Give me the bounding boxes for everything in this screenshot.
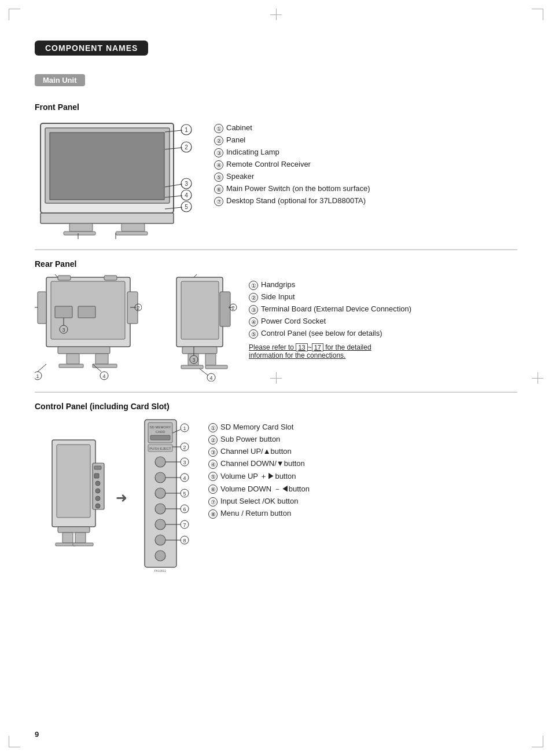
svg-text:CARD: CARD [155, 430, 165, 434]
svg-text:2: 2 [231, 305, 234, 311]
control-panel-item-2: ②Sub Power button [208, 435, 310, 445]
svg-text:2: 2 [185, 144, 188, 151]
svg-point-105 [155, 519, 165, 530]
rear-panel-list: ①Handgrips ②Side Input ③Terminal Board (… [249, 280, 411, 339]
svg-rect-33 [58, 347, 110, 354]
svg-text:2: 2 [137, 305, 139, 311]
control-panel-heading: Control Panel (including Card Slot) [35, 402, 517, 411]
svg-text:8: 8 [183, 538, 186, 544]
component-names-title: COMPONENT NAMES [35, 41, 148, 56]
rear-panel-item-5: ⑤Control Panel (see below for details) [249, 329, 411, 339]
svg-rect-61 [181, 281, 219, 339]
svg-point-107 [155, 551, 165, 561]
rear-panel-row: 1 2 3 4 5 1 [35, 274, 517, 381]
svg-rect-93 [73, 543, 93, 546]
svg-text:4: 4 [102, 373, 105, 379]
svg-rect-84 [94, 474, 99, 478]
svg-rect-98 [150, 435, 170, 440]
corner-mark-br [532, 736, 543, 747]
corner-mark-tr [532, 9, 543, 20]
front-panel-list: ①Cabinet ②Panel ③Indicating Lamp ④Remote… [214, 123, 370, 208]
page: COMPONENT NAMES Main Unit Front Panel [0, 0, 552, 756]
svg-rect-4 [69, 223, 93, 232]
control-right-diagram: SD MEMORY CARD PUSH EJECT 1 [133, 417, 197, 579]
svg-point-87 [95, 496, 100, 501]
svg-point-101 [155, 457, 165, 467]
svg-text:7: 7 [183, 522, 186, 528]
front-panel-item-1: ①Cabinet [214, 123, 370, 133]
svg-rect-34 [67, 354, 79, 364]
control-panel-list: ①SD Memory Card Slot ②Sub Power button ③… [208, 423, 310, 521]
svg-text:6: 6 [183, 507, 186, 512]
front-panel-row: 1 2 3 4 5 7 [35, 118, 517, 239]
corner-mark-bl [9, 736, 20, 747]
svg-rect-38 [55, 306, 72, 318]
svg-rect-67 [205, 365, 227, 369]
crosshair-mid [270, 372, 282, 384]
refer-note: Please refer to 13~17 for the detailedin… [249, 343, 411, 359]
svg-text:5: 5 [185, 204, 188, 210]
control-panel-item-5: ⑤Volume UP ＋▶button [208, 471, 310, 482]
svg-point-102 [155, 472, 165, 483]
crosshair-top [270, 9, 282, 20]
arrow-right: ➜ [116, 490, 127, 506]
control-panel-item-6: ⑥Volume DOWN －◀button [208, 484, 310, 494]
front-panel-item-6: ⑥Main Power Switch (on the bottom surfac… [214, 184, 370, 194]
svg-text:SD MEMORY: SD MEMORY [150, 425, 171, 429]
svg-rect-36 [59, 364, 83, 368]
rear-left-diagram: 1 2 3 4 5 1 [35, 274, 142, 381]
rear-panel-diagrams: 1 2 3 4 5 1 [35, 274, 237, 381]
control-panel-item-7: ⑦Input Select /OK button [208, 497, 310, 507]
svg-text:4: 4 [183, 475, 186, 481]
svg-text:2: 2 [183, 445, 186, 450]
control-panel-row: ➜ SD MEMORY CARD PUSH EJECT [35, 417, 517, 579]
svg-point-103 [155, 488, 165, 498]
svg-rect-39 [78, 306, 95, 318]
front-panel-item-5: ⑤Speaker [214, 172, 370, 182]
divider-2 [35, 392, 517, 392]
rear-panel-item-2: ②Side Input [249, 292, 411, 302]
control-panel-diagrams: ➜ SD MEMORY CARD PUSH EJECT [35, 417, 197, 579]
svg-text:4: 4 [185, 192, 188, 199]
front-panel-item-2: ②Panel [214, 135, 370, 145]
svg-rect-82 [93, 463, 104, 509]
control-panel-item-1: ①SD Memory Card Slot [208, 423, 310, 432]
svg-point-88 [95, 504, 100, 508]
svg-rect-6 [64, 232, 95, 235]
svg-rect-65 [205, 354, 216, 365]
rear-panel-item-4: ④Power Cord Socket [249, 317, 411, 326]
svg-point-106 [155, 535, 165, 545]
svg-text:FK10011: FK10011 [154, 569, 167, 572]
svg-text:3: 3 [183, 460, 186, 465]
crosshair-right [532, 372, 543, 384]
rear-panel-item-1: ①Handgrips [249, 280, 411, 290]
control-panel-item-4: ④Channel DOWN/▼button [208, 459, 310, 469]
rear-right-diagram: 1 2 3 4 [148, 274, 237, 381]
svg-point-86 [95, 489, 100, 493]
svg-text:PUSH EJECT: PUSH EJECT [149, 447, 171, 450]
svg-text:1: 1 [185, 127, 188, 133]
svg-text:3: 3 [192, 357, 195, 363]
svg-rect-90 [62, 533, 73, 543]
control-panel-item-8: ⑧Menu / Return button [208, 509, 310, 519]
front-panel-item-4: ④Remote Control Receiver [214, 160, 370, 170]
control-panel-item-3: ③Channel UP/▲button [208, 447, 310, 457]
corner-mark-tl [9, 9, 20, 20]
page-number: 9 [35, 730, 39, 739]
main-unit-title: Main Unit [35, 74, 85, 86]
svg-rect-31 [58, 276, 71, 280]
svg-rect-66 [181, 365, 203, 369]
svg-rect-2 [50, 133, 164, 200]
front-panel-heading: Front Panel [35, 102, 517, 112]
svg-rect-91 [75, 533, 86, 543]
svg-text:3: 3 [185, 181, 188, 187]
front-panel-item-7: ⑦Desktop Stand (optional for 37LD8800TA) [214, 196, 370, 206]
svg-text:1: 1 [183, 425, 186, 431]
svg-rect-32 [104, 276, 117, 280]
svg-rect-63 [182, 347, 217, 354]
svg-text:5: 5 [183, 491, 186, 497]
svg-line-42 [38, 364, 46, 372]
svg-line-77 [200, 369, 208, 376]
tv-front-diagram: 1 2 3 4 5 7 [35, 118, 197, 239]
svg-text:3: 3 [62, 327, 65, 333]
